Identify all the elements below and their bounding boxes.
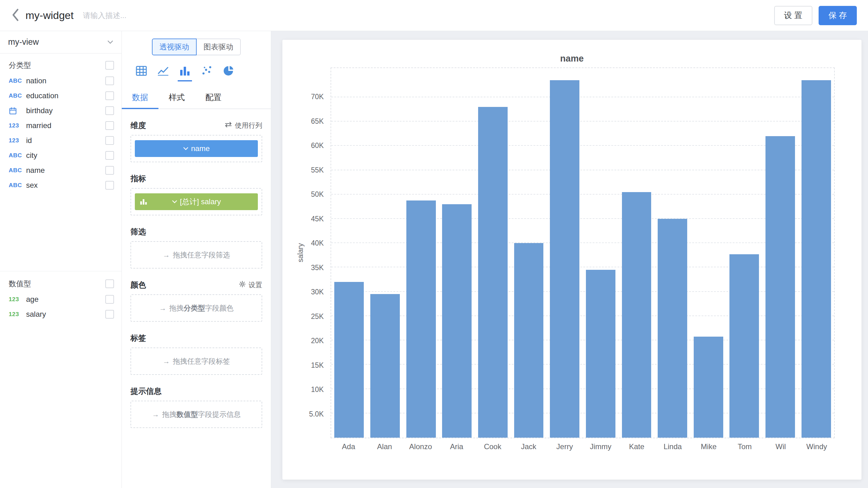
y-tick-label: 20K <box>311 337 324 345</box>
bar-Mike <box>694 337 723 438</box>
x-tick-label: Wil <box>763 442 799 451</box>
bar-slot <box>367 68 403 438</box>
line-chart-icon[interactable] <box>156 63 170 82</box>
text-field-icon: ABC <box>9 78 26 84</box>
bar-chart-icon <box>139 197 148 206</box>
field-checkbox[interactable] <box>105 295 114 304</box>
field-checkbox[interactable] <box>105 77 114 85</box>
field-row-id[interactable]: 123id <box>0 133 121 148</box>
y-tick-label: 50K <box>311 190 324 199</box>
group-label: 数值型 <box>9 279 31 289</box>
bar-slot <box>655 68 691 438</box>
chevron-down-icon <box>107 40 114 44</box>
table-icon[interactable] <box>134 63 149 82</box>
plot-area <box>331 67 835 438</box>
color-label: 颜色 <box>130 280 146 290</box>
sidebar-field-groups: 分类型ABCnationABCeducationbirthday123marri… <box>0 57 121 322</box>
field-checkbox[interactable] <box>105 91 114 100</box>
field-checkbox[interactable] <box>105 121 114 130</box>
bar-Jerry <box>550 80 579 438</box>
bar-Jimmy <box>586 270 615 438</box>
field-checkbox[interactable] <box>105 106 114 115</box>
bar-Jack <box>514 243 544 438</box>
field-row-nation[interactable]: ABCnation <box>0 73 121 88</box>
tab-数据[interactable]: 数据 <box>122 86 158 109</box>
tab-样式[interactable]: 样式 <box>158 86 195 109</box>
x-tick-label: Cook <box>475 442 511 451</box>
y-tick-label: 40K <box>311 239 324 247</box>
chevron-down-icon <box>172 200 177 204</box>
settings-button[interactable]: 设 置 <box>774 6 812 25</box>
field-checkbox[interactable] <box>105 181 114 190</box>
chevron-left-icon <box>11 8 19 23</box>
bar-slot <box>619 68 655 438</box>
field-name: sex <box>26 181 105 190</box>
field-checkbox[interactable] <box>105 136 114 145</box>
field-checkbox[interactable] <box>105 151 114 160</box>
bar-Tom <box>730 254 759 438</box>
scatter-chart-icon[interactable] <box>199 63 214 82</box>
back-button[interactable] <box>11 8 19 23</box>
metric-pill[interactable]: [总计] salary <box>135 193 258 210</box>
field-row-education[interactable]: ABCeducation <box>0 88 121 103</box>
group-header: 数值型 <box>0 276 121 292</box>
arrow-right-icon: → <box>163 251 170 259</box>
color-settings-button[interactable]: 设置 <box>239 280 262 290</box>
label-drop-zone[interactable]: → 拖拽任意字段标签 <box>130 347 262 375</box>
arrow-right-icon: → <box>163 357 170 366</box>
top-bar: my-widget 设 置 保 存 <box>0 0 868 31</box>
gear-icon <box>239 280 246 290</box>
filter-drop-zone[interactable]: → 拖拽任意字段筛选 <box>130 241 262 269</box>
field-checkbox[interactable] <box>105 310 114 318</box>
dimension-pill[interactable]: name <box>135 140 258 157</box>
pie-chart-icon[interactable] <box>221 63 236 82</box>
bar-slot <box>511 68 547 438</box>
x-tick-label: Aria <box>439 442 475 451</box>
metric-label: 指标 <box>130 174 146 184</box>
dimension-pill-label: name <box>191 144 210 153</box>
description-input[interactable] <box>83 11 213 20</box>
tooltip-drop-zone[interactable]: → 拖拽数值型字段提示信息 <box>130 401 262 428</box>
bar-chart-icon[interactable] <box>178 63 192 82</box>
widget-title: my-widget <box>26 9 74 22</box>
field-row-birthday[interactable]: birthday <box>0 103 121 118</box>
mode-tab-pivot[interactable]: 透视驱动 <box>152 38 197 55</box>
metric-drop-zone[interactable]: [总计] salary <box>130 188 262 215</box>
bar-Kate <box>622 192 651 438</box>
field-row-married[interactable]: 123married <box>0 118 121 133</box>
panel-body: 维度 使用行列 name 指标 <box>122 120 271 437</box>
dimension-drop-zone[interactable]: name <box>130 135 262 162</box>
bar-slot <box>798 68 834 438</box>
main-area: my-view 分类型ABCnationABCeducationbirthday… <box>0 31 868 488</box>
use-rows-cols-button[interactable]: 使用行列 <box>224 121 262 130</box>
metric-pill-label: [总计] salary <box>180 197 221 207</box>
group-select-checkbox[interactable] <box>105 61 114 70</box>
field-row-city[interactable]: ABCcity <box>0 148 121 163</box>
tooltip-drop-hint: → 拖拽数值型字段提示信息 <box>152 410 241 419</box>
calendar-icon <box>9 106 26 115</box>
tooltip-label: 提示信息 <box>130 386 161 396</box>
bar-Cook <box>478 107 508 438</box>
field-row-sex[interactable]: ABCsex <box>0 178 121 193</box>
field-checkbox[interactable] <box>105 166 114 175</box>
field-name: name <box>26 166 105 175</box>
bar-Windy <box>802 80 831 438</box>
number-field-icon: 123 <box>9 311 26 318</box>
tab-配置[interactable]: 配置 <box>195 86 232 109</box>
view-selector[interactable]: my-view <box>0 31 121 54</box>
field-name: birthday <box>26 106 105 115</box>
group-label: 分类型 <box>9 60 31 70</box>
group-select-checkbox[interactable] <box>105 279 114 288</box>
y-tick-label: 5.0K <box>309 410 324 418</box>
y-tick-label: 15K <box>311 361 324 369</box>
x-tick-label: Kate <box>619 442 655 451</box>
bar-Alan <box>370 294 400 438</box>
number-field-icon: 123 <box>9 137 26 144</box>
field-row-salary[interactable]: 123salary <box>0 307 121 322</box>
field-row-name[interactable]: ABCname <box>0 163 121 178</box>
mode-tab-chart[interactable]: 图表驱动 <box>197 38 241 55</box>
x-tick-label: Alonzo <box>403 442 439 451</box>
save-button[interactable]: 保 存 <box>818 6 857 25</box>
color-drop-zone[interactable]: → 拖拽分类型字段颜色 <box>130 294 262 322</box>
field-row-age[interactable]: 123age <box>0 292 121 307</box>
